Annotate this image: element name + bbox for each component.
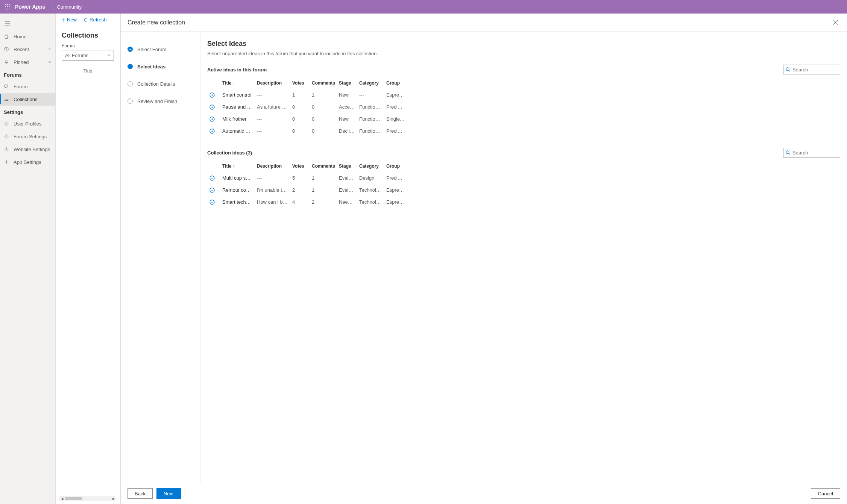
col-description[interactable]: Description <box>255 77 290 89</box>
col-title[interactable]: Title ↓ <box>220 77 255 89</box>
cell-description: --- <box>255 113 290 125</box>
cell-stage: Needs... <box>337 196 357 208</box>
plus-icon <box>61 18 65 22</box>
table-row[interactable]: Automatic shu...---00Declin...Functional… <box>207 125 840 137</box>
cell-comments: 0 <box>310 125 337 137</box>
modal-header: Create new collection <box>121 14 847 32</box>
table-row[interactable]: Remote controlI'm unable to ...21Evalua.… <box>207 184 840 196</box>
nav-collapse-button[interactable] <box>0 17 15 30</box>
scroll-left-icon[interactable]: ◂ <box>60 496 64 501</box>
cell-stage: Evalua... <box>337 172 357 184</box>
horizontal-scrollbar[interactable]: ◂ ▸ <box>59 496 116 501</box>
col-title[interactable]: Title ↑ <box>220 160 255 172</box>
active-ideas-search[interactable] <box>783 65 840 74</box>
cell-category: Functional... <box>357 101 384 113</box>
app-brand[interactable]: Power Apps <box>15 4 45 10</box>
table-row[interactable]: Smart technol...How can I bre...42Needs.… <box>207 196 840 208</box>
scroll-right-icon[interactable]: ▸ <box>111 496 116 501</box>
svg-line-43 <box>789 153 790 154</box>
nav-home[interactable]: Home <box>0 30 55 43</box>
sort-desc-icon: ↓ <box>233 80 235 86</box>
close-button[interactable] <box>830 18 840 27</box>
nav-website-settings[interactable]: Website Settings <box>0 143 55 156</box>
remove-icon[interactable] <box>207 184 220 196</box>
step-complete-icon <box>128 47 133 52</box>
step-label: Select Ideas <box>137 64 165 70</box>
step-select-forum[interactable]: Select Forum <box>128 41 193 58</box>
col-votes[interactable]: Votes <box>290 160 310 172</box>
svg-rect-8 <box>9 9 10 9</box>
step-review-finish[interactable]: Review and Finish <box>128 92 193 110</box>
cell-stage: New <box>337 89 357 101</box>
nav-forum-settings[interactable]: Forum Settings <box>0 130 55 143</box>
scrollbar-thumb[interactable] <box>65 497 82 500</box>
col-comments[interactable]: Comments <box>310 77 337 89</box>
nav-collections[interactable]: Collections <box>0 93 55 106</box>
cell-group: Espres... <box>384 196 407 208</box>
col-category[interactable]: Category <box>357 77 384 89</box>
nav-forum[interactable]: Forum <box>0 80 55 93</box>
list-command-bar: New Refresh <box>56 14 120 26</box>
col-comments[interactable]: Comments <box>310 160 337 172</box>
app-area-label[interactable]: Community <box>57 4 82 10</box>
add-icon[interactable] <box>207 101 220 113</box>
remove-icon[interactable] <box>207 196 220 208</box>
cell-comments: 0 <box>310 113 337 125</box>
step-active-icon <box>128 64 133 69</box>
app-topbar: Power Apps Community <box>0 0 847 14</box>
svg-rect-0 <box>5 4 6 5</box>
cell-title: Smart technol... <box>220 196 255 208</box>
nav-forum-settings-label: Forum Settings <box>14 134 47 139</box>
col-category[interactable]: Category <box>357 160 384 172</box>
cell-votes: 1 <box>290 89 310 101</box>
list-column-title[interactable]: Title <box>56 65 120 77</box>
brand-separator <box>53 3 53 10</box>
table-row[interactable]: Milk frother---00NewFunctional...Single.… <box>207 113 840 125</box>
next-button[interactable]: Next <box>156 488 181 499</box>
nav-recent-label: Recent <box>14 47 29 52</box>
col-votes[interactable]: Votes <box>290 77 310 89</box>
add-icon[interactable] <box>207 125 220 137</box>
col-group[interactable]: Group <box>384 77 407 89</box>
nav-app-settings[interactable]: App Settings <box>0 156 55 168</box>
nav-user-profiles[interactable]: User Profiles <box>0 117 55 130</box>
cell-stage: Declin... <box>337 125 357 137</box>
cell-category: Functional... <box>357 125 384 137</box>
col-stage[interactable]: Stage <box>337 160 357 172</box>
add-icon[interactable] <box>207 113 220 125</box>
col-description[interactable]: Description <box>255 160 290 172</box>
cell-title: Smart control <box>220 89 255 101</box>
svg-rect-7 <box>7 9 8 9</box>
step-pending-icon <box>128 98 133 104</box>
step-label: Review and Finish <box>137 98 177 104</box>
col-group[interactable]: Group <box>384 160 407 172</box>
search-input[interactable] <box>792 150 847 156</box>
modal-footer: Back Next Cancel <box>121 484 847 504</box>
new-button[interactable]: New <box>59 15 79 24</box>
cell-category: Functional... <box>357 113 384 125</box>
collection-ideas-search[interactable] <box>783 148 840 157</box>
nav-collections-label: Collections <box>14 97 38 102</box>
nav-forum-label: Forum <box>14 84 28 89</box>
forum-select[interactable]: All Forums <box>62 50 114 61</box>
cancel-button[interactable]: Cancel <box>811 488 840 499</box>
app-launcher-icon[interactable] <box>2 0 14 14</box>
cell-comments: 0 <box>310 101 337 113</box>
back-button[interactable]: Back <box>128 488 153 499</box>
nav-pinned[interactable]: Pinned <box>0 56 55 68</box>
table-row[interactable]: Pause and serveAs a future fea...00Accep… <box>207 101 840 113</box>
step-select-ideas[interactable]: Select Ideas <box>128 58 193 75</box>
chevron-down-icon <box>48 47 52 51</box>
add-icon[interactable] <box>207 89 220 101</box>
col-stage[interactable]: Stage <box>337 77 357 89</box>
refresh-button[interactable]: Refresh <box>81 15 109 24</box>
remove-icon[interactable] <box>207 172 220 184</box>
search-input[interactable] <box>792 67 847 73</box>
cell-votes: 0 <box>290 101 310 113</box>
chat-icon <box>4 84 11 89</box>
table-row[interactable]: Smart control---11New---Espres... <box>207 89 840 101</box>
step-collection-details[interactable]: Collection Details <box>128 75 193 92</box>
nav-recent[interactable]: Recent <box>0 43 55 56</box>
nav-heading-settings: Settings <box>0 106 55 117</box>
table-row[interactable]: Multi cup setti...---51Evalua...DesignPr… <box>207 172 840 184</box>
